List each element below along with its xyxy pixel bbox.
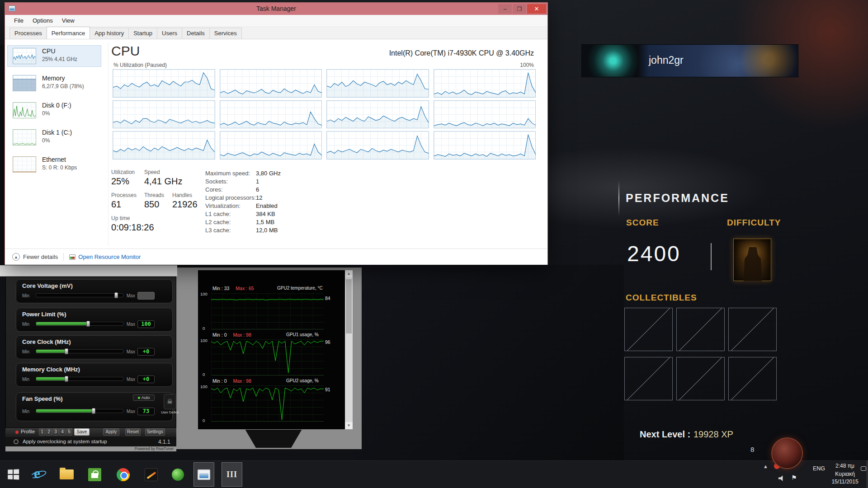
tab-users[interactable]: Users bbox=[157, 28, 182, 39]
core-voltage-value bbox=[137, 292, 155, 300]
language-indicator[interactable]: ENG bbox=[813, 465, 825, 472]
core-graph[interactable] bbox=[220, 69, 322, 98]
fan-auto-button[interactable]: Auto bbox=[133, 394, 155, 401]
fan-speed-slider[interactable] bbox=[36, 409, 123, 413]
title-bar[interactable]: Task Manager – ❐ ✕ bbox=[5, 3, 547, 15]
startup-checkbox[interactable] bbox=[14, 439, 19, 444]
slider-thumb[interactable] bbox=[65, 376, 68, 382]
core-graph[interactable] bbox=[113, 131, 215, 160]
notification-count: 8 bbox=[750, 446, 754, 453]
core-graph[interactable] bbox=[434, 100, 536, 129]
core-graph[interactable] bbox=[113, 69, 215, 98]
profile-slot-1[interactable]: 1 bbox=[39, 428, 45, 436]
graph-title: % Utilization (Paused) bbox=[113, 62, 167, 68]
memory-clock-label: Memory Clock (MHz) bbox=[22, 366, 80, 373]
tray-notification-icon[interactable] bbox=[861, 466, 866, 471]
settings-button[interactable]: Settings bbox=[145, 428, 165, 436]
menu-file[interactable]: File bbox=[9, 17, 28, 24]
taskbar-store[interactable] bbox=[84, 462, 105, 487]
memory-clock-slider[interactable] bbox=[36, 377, 123, 381]
gpu2-usage-title: GPU2 usage, % bbox=[286, 378, 319, 383]
taskbar-rivatuner[interactable] bbox=[167, 462, 188, 487]
close-button[interactable]: ✕ bbox=[527, 4, 546, 14]
logical-processor-graphs[interactable] bbox=[113, 69, 536, 160]
core-graph[interactable] bbox=[434, 131, 536, 160]
taskbar-afterburner[interactable] bbox=[141, 462, 161, 487]
collectible-slot bbox=[624, 308, 673, 351]
min-label: Min bbox=[22, 409, 29, 414]
power-limit-slider[interactable] bbox=[36, 322, 123, 326]
tab-services[interactable]: Services bbox=[209, 28, 242, 39]
sidebar-item-memory[interactable]: Memory 6,2/7,9 GB (78%) bbox=[8, 73, 101, 94]
power-limit-label: Power Limit (%) bbox=[22, 311, 66, 318]
tab-startup[interactable]: Startup bbox=[128, 28, 157, 39]
profile-slot-2[interactable]: 2 bbox=[46, 428, 52, 436]
fewer-details-button[interactable]: Fewer details bbox=[23, 253, 58, 260]
sidebar-item-disk0[interactable]: Disk 0 (F:) 0% bbox=[8, 100, 101, 121]
menu-view[interactable]: View bbox=[57, 17, 79, 24]
user-define-skull-icon[interactable]: ☠ bbox=[164, 394, 176, 409]
stat-threads: Threads 850 bbox=[144, 192, 164, 210]
core-graph[interactable] bbox=[326, 69, 429, 98]
tab-processes[interactable]: Processes bbox=[9, 28, 47, 39]
sidebar-disk0-detail: 0% bbox=[42, 110, 50, 117]
core-graph[interactable] bbox=[220, 100, 322, 129]
profile-slot-5[interactable]: 5 bbox=[66, 428, 72, 436]
minimize-button[interactable]: – bbox=[498, 4, 512, 14]
memory-clock-value: +0 bbox=[137, 375, 155, 383]
taskbar-task-manager[interactable] bbox=[193, 462, 214, 487]
scroll-down-arrow[interactable]: ▼ bbox=[345, 422, 353, 429]
start-button[interactable] bbox=[3, 462, 24, 487]
taskbar-chrome[interactable] bbox=[113, 462, 133, 487]
tab-app-history[interactable]: App history bbox=[90, 28, 129, 39]
scroll-thumb[interactable] bbox=[346, 279, 352, 333]
taskbar-black-ops-3[interactable]: III bbox=[222, 462, 242, 487]
score-value: 2400 bbox=[627, 241, 681, 266]
chrome-icon bbox=[117, 468, 130, 481]
core-graph[interactable] bbox=[326, 100, 429, 129]
slider-thumb[interactable] bbox=[65, 348, 68, 354]
maximize-button[interactable]: ❐ bbox=[513, 4, 526, 14]
taskbar: e III bbox=[0, 460, 868, 488]
sidebar-ethernet-label: Ethernet bbox=[42, 156, 66, 163]
reset-button[interactable]: Reset bbox=[125, 428, 141, 436]
taskbar-explorer[interactable] bbox=[56, 462, 77, 487]
afterburner-version: 4.1.1 bbox=[158, 439, 170, 445]
apply-button[interactable]: Apply bbox=[103, 428, 119, 436]
info-cores: Cores:6 bbox=[205, 186, 259, 194]
user-define-label: User Define bbox=[159, 410, 181, 414]
scroll-up-arrow[interactable]: ▲ bbox=[345, 270, 353, 277]
slider-thumb[interactable] bbox=[114, 292, 118, 298]
save-button[interactable]: Save bbox=[74, 428, 90, 436]
scrollbar[interactable]: ▲ ▼ bbox=[345, 270, 353, 429]
taskbar-clock[interactable]: 2:48 πμ Κυριακή 15/11/2015 bbox=[829, 462, 861, 486]
profile-slot-3[interactable]: 3 bbox=[52, 428, 59, 436]
open-resource-monitor-link[interactable]: Open Resource Monitor bbox=[78, 253, 141, 260]
sidebar-item-cpu[interactable]: CPU 25% 4,41 GHz bbox=[8, 46, 101, 66]
core-graph[interactable] bbox=[434, 69, 536, 98]
black-ops-3-icon: III bbox=[226, 470, 237, 479]
slider-thumb[interactable] bbox=[92, 408, 95, 414]
power-limit-group: Power Limit (%) Min Max 100 bbox=[16, 308, 173, 332]
tab-performance[interactable]: Performance bbox=[47, 27, 90, 39]
core-graph[interactable] bbox=[113, 100, 215, 129]
tab-details[interactable]: Details bbox=[182, 28, 210, 39]
taskbar-ie[interactable]: e bbox=[28, 462, 49, 487]
fan-speed-value: 73 bbox=[137, 408, 155, 415]
slider-thumb[interactable] bbox=[86, 321, 90, 327]
core-voltage-slider[interactable] bbox=[36, 293, 123, 297]
core-clock-slider[interactable] bbox=[36, 349, 123, 353]
sidebar-cpu-detail: 25% 4,41 GHz bbox=[42, 56, 77, 62]
core-graph[interactable] bbox=[326, 131, 429, 160]
ethernet-thumbnail bbox=[13, 156, 36, 173]
profile-slot-4[interactable]: 4 bbox=[59, 428, 66, 436]
sidebar-item-ethernet[interactable]: Ethernet S: 0 R: 0 Kbps bbox=[8, 154, 101, 175]
tray-chevron-up-icon[interactable]: ▲ bbox=[763, 464, 768, 469]
gpu1-usage-title: GPU1 usage, % bbox=[286, 332, 319, 337]
action-center-flag-icon[interactable]: ⚑ bbox=[791, 474, 797, 481]
sidebar-item-disk1[interactable]: Disk 1 (C:) 0% bbox=[8, 127, 101, 148]
rivatuner-icon bbox=[172, 469, 184, 481]
core-graph[interactable] bbox=[220, 131, 322, 160]
startup-option-label: Apply overclocking at system startup bbox=[23, 439, 107, 444]
menu-options[interactable]: Options bbox=[28, 17, 57, 24]
